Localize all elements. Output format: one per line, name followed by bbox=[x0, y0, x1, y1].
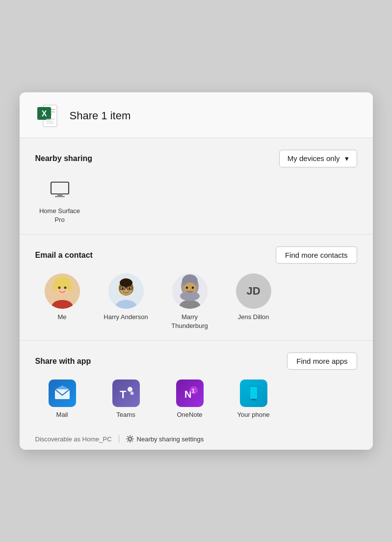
your-phone-icon bbox=[240, 379, 267, 407]
gear-icon bbox=[126, 435, 134, 443]
contact-label-harry: Harry Anderson bbox=[104, 313, 148, 322]
email-contact-section: Email a contact Find more contacts bbox=[20, 235, 373, 341]
svg-rect-9 bbox=[51, 182, 69, 194]
footer-divider bbox=[119, 435, 119, 443]
settings-link-text: Nearby sharing settings bbox=[137, 435, 204, 443]
avatar-me bbox=[45, 273, 80, 309]
share-with-app-title: Share with app bbox=[35, 357, 91, 366]
nearby-sharing-section: Nearby sharing My devices only ▾ Home Su… bbox=[20, 138, 373, 235]
file-icon: X bbox=[35, 103, 61, 129]
contact-marry[interactable]: Marry Thunderburg bbox=[163, 273, 217, 330]
my-devices-dropdown[interactable]: My devices only ▾ bbox=[279, 150, 357, 167]
device-item-home-surface-pro[interactable]: Home Surface Pro bbox=[35, 177, 84, 224]
contact-label-marry: Marry Thunderburg bbox=[163, 313, 217, 330]
svg-point-28 bbox=[122, 287, 124, 289]
chevron-down-icon: ▾ bbox=[345, 154, 349, 163]
contacts-row: Me bbox=[35, 273, 357, 330]
svg-rect-48 bbox=[252, 399, 256, 400]
svg-point-16 bbox=[52, 282, 58, 291]
avatar-marry bbox=[172, 273, 208, 309]
svg-point-49 bbox=[129, 437, 131, 440]
devices-row: Home Surface Pro bbox=[35, 177, 357, 224]
contact-label-me: Me bbox=[57, 313, 66, 322]
app-onenote[interactable]: N 1 OneNote bbox=[163, 379, 217, 418]
svg-text:T: T bbox=[120, 388, 127, 401]
email-contact-title: Email a contact bbox=[35, 251, 93, 260]
discoverable-text: Discoverable as Home_PC bbox=[35, 435, 112, 443]
svg-text:1: 1 bbox=[192, 388, 195, 394]
svg-rect-11 bbox=[55, 196, 65, 197]
dialog-header: X Share 1 item bbox=[20, 92, 373, 138]
svg-marker-39 bbox=[55, 385, 70, 389]
app-teams[interactable]: T Teams bbox=[99, 379, 153, 418]
contact-label-jens: Jens Dillon bbox=[238, 313, 269, 322]
nearby-sharing-title: Nearby sharing bbox=[35, 154, 92, 163]
svg-point-37 bbox=[191, 287, 193, 289]
svg-point-35 bbox=[180, 291, 200, 301]
svg-point-29 bbox=[129, 287, 131, 289]
avatar-jens: JD bbox=[236, 273, 271, 309]
share-with-app-section: Share with app Find more apps Mail bbox=[20, 341, 373, 428]
footer: Discoverable as Home_PC Nearby sharing s… bbox=[20, 428, 373, 450]
monitor-icon bbox=[47, 177, 73, 203]
device-label: Home Surface Pro bbox=[35, 207, 84, 224]
nearby-sharing-settings-link[interactable]: Nearby sharing settings bbox=[126, 435, 204, 443]
svg-text:X: X bbox=[41, 109, 47, 118]
find-more-apps-button[interactable]: Find more apps bbox=[287, 352, 357, 370]
app-label-onenote: OneNote bbox=[177, 411, 202, 418]
avatar-initials-jens: JD bbox=[246, 285, 260, 298]
svg-point-18 bbox=[58, 287, 60, 289]
svg-point-41 bbox=[128, 387, 132, 392]
contact-harry[interactable]: Harry Anderson bbox=[99, 273, 153, 322]
contact-me[interactable]: Me bbox=[35, 273, 89, 322]
share-dialog: X Share 1 item Nearby sharing My devices… bbox=[20, 92, 373, 450]
share-with-app-header: Share with app Find more apps bbox=[35, 352, 357, 370]
app-label-your-phone: Your phone bbox=[237, 411, 269, 418]
svg-point-19 bbox=[64, 287, 66, 289]
app-your-phone[interactable]: Your phone bbox=[227, 379, 281, 418]
mail-icon bbox=[49, 379, 76, 407]
svg-rect-47 bbox=[250, 387, 257, 399]
find-more-contacts-button[interactable]: Find more contacts bbox=[276, 246, 357, 264]
app-label-teams: Teams bbox=[116, 411, 135, 418]
onenote-icon: N 1 bbox=[176, 379, 204, 407]
svg-point-36 bbox=[185, 287, 187, 289]
svg-rect-6 bbox=[46, 119, 55, 120]
teams-icon: T bbox=[112, 379, 140, 407]
email-contact-header: Email a contact Find more contacts bbox=[35, 246, 357, 264]
dialog-title: Share 1 item bbox=[70, 109, 131, 122]
nearby-sharing-header: Nearby sharing My devices only ▾ bbox=[35, 150, 357, 167]
contact-jens[interactable]: JD Jens Dillon bbox=[227, 273, 281, 322]
avatar-harry bbox=[108, 273, 144, 309]
svg-point-17 bbox=[66, 282, 72, 291]
svg-rect-8 bbox=[46, 123, 54, 124]
apps-row: Mail T Teams bbox=[35, 379, 357, 418]
svg-point-42 bbox=[130, 392, 133, 395]
svg-rect-10 bbox=[57, 194, 62, 196]
app-label-mail: Mail bbox=[56, 411, 68, 418]
app-mail[interactable]: Mail bbox=[35, 379, 89, 418]
svg-rect-7 bbox=[46, 121, 53, 122]
